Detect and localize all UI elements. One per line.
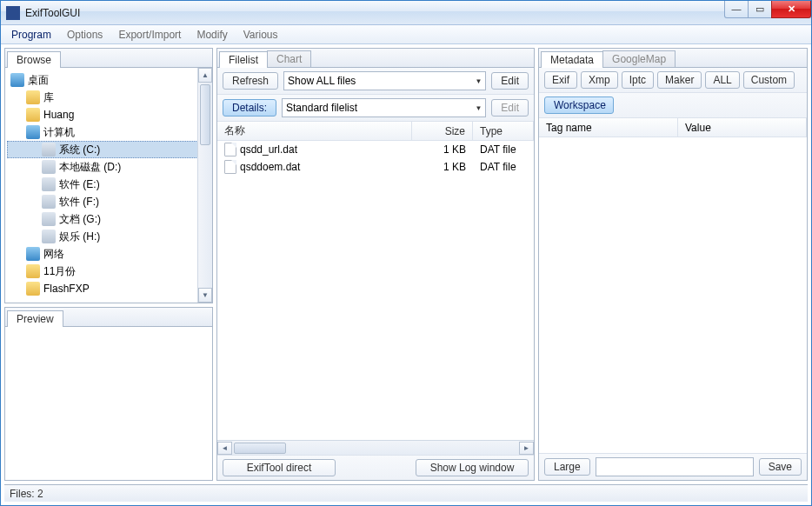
file-name: qsdd_url.dat	[240, 143, 297, 156]
tab-filelist[interactable]: Filelist	[219, 51, 268, 68]
file-icon	[224, 143, 236, 156]
show-filter-combo[interactable]: Show ALL files ▼	[283, 71, 486, 90]
details-button[interactable]: Details:	[223, 99, 276, 117]
tree-label: 软件 (F:)	[59, 195, 99, 210]
tree-node[interactable]: 桌面	[7, 71, 210, 89]
tree-node[interactable]: 娱乐 (H:)	[7, 228, 210, 245]
filelist-header[interactable]: 名称 Size Type	[217, 122, 534, 141]
tree-label: 库	[43, 90, 54, 105]
iptc-button[interactable]: Iptc	[622, 71, 654, 89]
menu-various[interactable]: Various	[236, 27, 285, 43]
tree-node[interactable]: 网络	[7, 245, 210, 263]
tree-node[interactable]: 文档 (G:)	[7, 210, 210, 228]
drive-icon	[42, 177, 56, 191]
details-combo[interactable]: Standard filelist ▼	[282, 98, 486, 117]
all-button[interactable]: ALL	[705, 71, 739, 89]
drive-icon	[42, 143, 56, 156]
preview-area	[5, 327, 212, 480]
scroll-left-icon[interactable]: ◄	[217, 442, 232, 455]
details-combo-value: Standard filelist	[286, 102, 357, 114]
maker-button[interactable]: Maker	[657, 71, 702, 89]
tree-node[interactable]: 计算机	[7, 123, 210, 141]
folder-tree[interactable]: 桌面库Huang计算机系统 (C:)本地磁盘 (D:)软件 (E:)软件 (F:…	[5, 68, 212, 301]
show-filter-value: Show ALL files	[288, 75, 356, 87]
menu-options[interactable]: Options	[60, 27, 110, 43]
tree-label: 娱乐 (H:)	[59, 230, 100, 244]
titlebar: ExifToolGUI — ▭ ✕	[1, 1, 811, 25]
tab-googlemap[interactable]: GoogleMap	[602, 50, 676, 67]
scroll-thumb[interactable]	[200, 84, 210, 145]
scroll-up-icon[interactable]: ▲	[198, 68, 212, 83]
file-row[interactable]: qsddoem.dat1 KBDAT file	[217, 158, 534, 176]
tree-node[interactable]: Huang	[7, 106, 210, 123]
tab-browse[interactable]: Browse	[7, 51, 61, 68]
edit-details-button: Edit	[491, 99, 529, 117]
large-button[interactable]: Large	[544, 458, 590, 476]
tree-label: 桌面	[28, 73, 49, 88]
tree-node[interactable]: 软件 (F:)	[7, 193, 210, 210]
chevron-down-icon: ▼	[475, 104, 482, 112]
scroll-right-icon[interactable]: ►	[519, 442, 534, 455]
workspace-button[interactable]: Workspace	[544, 97, 614, 114]
tree-label: 计算机	[43, 125, 75, 140]
menu-program[interactable]: Program	[4, 27, 58, 43]
col-name[interactable]: 名称	[217, 122, 412, 140]
metadata-list[interactable]	[539, 137, 807, 453]
tree-node[interactable]: 软件 (E:)	[7, 176, 210, 193]
monitor-icon	[10, 73, 24, 87]
tab-chart[interactable]: Chart	[267, 50, 311, 67]
folder-icon	[26, 108, 40, 122]
file-row[interactable]: qsdd_url.dat1 KBDAT file	[217, 141, 534, 158]
file-size: 1 KB	[412, 161, 473, 173]
folder-icon	[26, 264, 40, 278]
menu-export-import[interactable]: Export/Import	[111, 27, 188, 43]
tree-scrollbar[interactable]: ▲ ▼	[197, 68, 212, 303]
save-button[interactable]: Save	[759, 458, 802, 476]
tab-preview[interactable]: Preview	[7, 310, 63, 327]
status-text: Files: 2	[10, 488, 43, 500]
file-type: DAT file	[473, 161, 534, 173]
tree-label: 11月份	[43, 264, 76, 279]
tree-label: 网络	[43, 247, 64, 262]
col-type[interactable]: Type	[473, 122, 534, 140]
show-log-button[interactable]: Show Log window	[416, 459, 529, 476]
tree-node[interactable]: 11月份	[7, 263, 210, 280]
xmp-button[interactable]: Xmp	[581, 71, 618, 89]
tree-node[interactable]: 库	[7, 89, 210, 106]
tree-label: 本地磁盘 (D:)	[59, 160, 121, 175]
col-size[interactable]: Size	[412, 122, 473, 140]
tree-label: 系统 (C:)	[59, 143, 100, 157]
col-value[interactable]: Value	[678, 118, 807, 136]
drive-icon	[42, 212, 56, 226]
scroll-down-icon[interactable]: ▼	[198, 288, 212, 303]
exif-button[interactable]: Exif	[544, 71, 577, 89]
window-title: ExifToolGUI	[25, 7, 725, 19]
filelist[interactable]: qsdd_url.dat1 KBDAT fileqsddoem.dat1 KBD…	[217, 141, 534, 440]
hscroll-thumb[interactable]	[234, 443, 286, 454]
file-name: qsddoem.dat	[240, 161, 300, 173]
maximize-button[interactable]: ▭	[748, 1, 772, 18]
col-tagname[interactable]: Tag name	[539, 118, 678, 136]
custom-button[interactable]: Custom	[743, 71, 795, 89]
drive-icon	[42, 195, 56, 209]
tab-metadata[interactable]: Metadata	[541, 51, 603, 68]
monitor-icon	[26, 247, 40, 261]
tree-node[interactable]: 系统 (C:)	[7, 141, 210, 158]
file-type: DAT file	[473, 143, 534, 156]
exiftool-direct-button[interactable]: ExifTool direct	[223, 459, 336, 476]
menu-modify[interactable]: Modify	[190, 27, 234, 43]
metadata-header[interactable]: Tag name Value	[539, 118, 807, 137]
drive-icon	[42, 230, 56, 243]
metadata-input[interactable]	[596, 457, 754, 476]
edit-filter-button[interactable]: Edit	[491, 72, 529, 90]
folder-icon	[26, 282, 40, 296]
tree-node[interactable]: 本地磁盘 (D:)	[7, 158, 210, 176]
tree-label: 文档 (G:)	[59, 212, 101, 227]
minimize-button[interactable]: —	[724, 1, 749, 18]
monitor-icon	[26, 125, 40, 139]
statusbar: Files: 2	[4, 484, 808, 502]
close-button[interactable]: ✕	[771, 1, 811, 18]
tree-node[interactable]: FlashFXP	[7, 280, 210, 297]
filelist-hscroll[interactable]: ◄ ►	[217, 440, 534, 455]
refresh-button[interactable]: Refresh	[223, 72, 278, 90]
